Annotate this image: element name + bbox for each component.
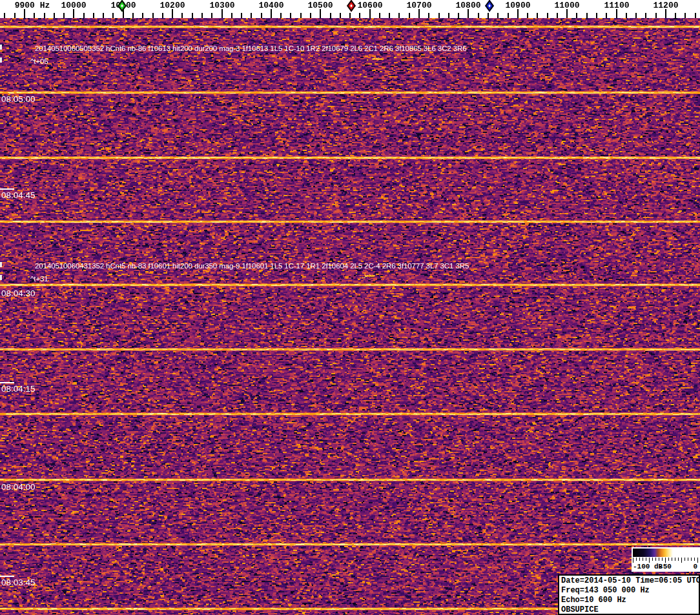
edge-mark-3 (0, 275, 2, 280)
info-echo: Echo=10 600 Hz (561, 596, 697, 605)
time-label-080445: 08:04:45 (1, 190, 36, 200)
colorbar-gradient (633, 549, 697, 557)
freq-axis-label-10700: 10700 (406, 1, 431, 10)
freq-axis-label-10300: 10300 (209, 1, 234, 10)
colorbar-tick (688, 558, 688, 561)
colorbar-tick (649, 558, 650, 563)
event-time-caret-1: ^t+05 (30, 57, 48, 65)
freq-axis-label-10200: 10200 (160, 1, 185, 10)
freq-axis-label-10900: 10900 (505, 1, 530, 10)
colorbar-tick (655, 558, 656, 561)
spectrogram-app-window: 9900 Hz100001010010200103001040010500106… (0, 0, 700, 615)
colorbar-tick (643, 558, 643, 561)
colorbar-tick (662, 558, 663, 561)
freq-axis-label-10600: 10600 (357, 1, 382, 10)
colorbar-tick (681, 558, 682, 563)
freq-axis-label-10000: 10000 (61, 1, 86, 10)
colorbar-tick (691, 558, 692, 561)
time-label-080430: 08:04:30 (1, 288, 36, 298)
edge-mark-2 (0, 262, 2, 267)
station-info-box: Date=2014-05-10 Time=06:05 UTC Freq=143 … (558, 574, 700, 615)
event-annotation-2: 20140510060431352 hCnt5 nb-83 f10601 hit… (35, 262, 469, 270)
colorbar-tick (675, 558, 675, 561)
colorbar-tick (697, 558, 698, 563)
marker-center-dot (488, 5, 490, 8)
freq-axis-label-10400: 10400 (258, 1, 283, 10)
colorbar-label-max: 0 (693, 563, 697, 570)
colorbar-tick (633, 558, 633, 563)
colorbar-tick (646, 558, 646, 561)
spectrogram-canvas (0, 0, 700, 615)
info-frequency: Freq=143 050 000 Hz (561, 586, 697, 596)
edge-mark-1 (0, 57, 2, 63)
colorbar-tick (665, 558, 666, 563)
info-date-time: Date=2014-05-10 Time=06:05 UTC (561, 576, 697, 586)
edge-mark-0 (0, 45, 2, 50)
colorbar-tick (694, 558, 695, 561)
freq-axis-label-10800: 10800 (455, 1, 480, 10)
colorbar-tick (639, 558, 640, 561)
colorbar-label-mid: -50 (659, 563, 672, 570)
info-observatory: OBSUPICE (561, 605, 697, 615)
colorbar-tick (672, 558, 672, 561)
colorbar-tick (685, 558, 685, 561)
colorbar-tick (668, 558, 669, 561)
time-tick-080415 (0, 382, 14, 383)
colorbar-tick (636, 558, 637, 561)
time-label-080400: 08:04:00 (1, 482, 36, 492)
colorbar-tick (652, 558, 653, 561)
time-label-080345: 08:03:45 (1, 578, 36, 587)
freq-axis-label-11200: 11200 (653, 1, 678, 10)
time-tick-080345 (0, 576, 14, 577)
marker-center-dot (121, 5, 123, 8)
time-tick-080445 (0, 188, 14, 190)
colorbar-tick (678, 558, 679, 561)
event-annotation-1: 20140510060505352 hCnt6 nb-86 f10613 hit… (35, 45, 467, 52)
event-time-caret-2: ^t+31 (30, 275, 48, 283)
db-colorbar: -100 dB -50 0 (632, 547, 700, 572)
freq-axis-label-10500: 10500 (307, 1, 333, 10)
time-label-080415: 08:04:15 (1, 384, 36, 394)
freq-axis-label-11100: 11100 (604, 1, 629, 10)
time-label-080500: 08:05:00 (1, 94, 36, 104)
colorbar-tick (659, 558, 659, 561)
freq-axis-label-11000: 11000 (554, 1, 579, 10)
freq-axis-label-9900: 9900 Hz (15, 1, 50, 10)
marker-center-dot (350, 5, 352, 8)
